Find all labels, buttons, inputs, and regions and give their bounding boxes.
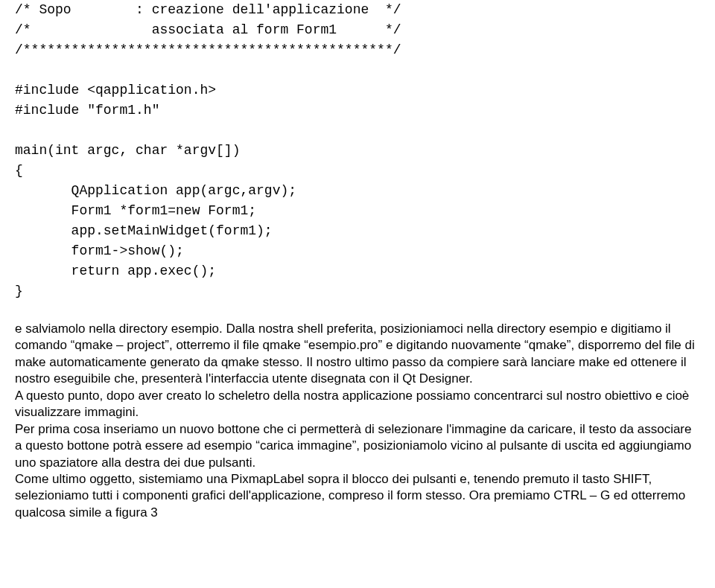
code-line: /* Sopo : creazione dell'applicazione */ [15,2,401,17]
code-line: } [15,284,23,298]
code-line: main(int argc, char *argv[]) [15,143,240,158]
paragraph: A questo punto, dopo aver creato lo sche… [15,389,689,419]
code-line: #include <qapplication.h> [15,83,216,98]
paragraph: e salviamolo nella directory esempio. Da… [15,322,695,386]
paragraph: Per prima cosa inseriamo un nuovo botton… [15,422,691,470]
code-line: app.setMainWidget(form1); [15,223,273,238]
code-line: /* associata al form Form1 */ [15,22,401,37]
code-line: { [15,163,23,178]
document-page: /* Sopo : creazione dell'applicazione */… [0,0,715,536]
code-line: QApplication app(argc,argv); [15,183,296,198]
code-block: /* Sopo : creazione dell'applicazione */… [15,0,700,301]
prose-block: e salviamolo nella directory esempio. Da… [15,321,700,521]
code-line: #include "form1.h" [15,103,159,118]
code-line: /***************************************… [15,42,401,57]
code-line: Form1 *form1=new Form1; [15,203,256,218]
paragraph: Come ultimo oggetto, sistemiamo una Pixm… [15,472,685,520]
code-line: form1->show(); [15,243,184,258]
code-line: return app.exec(); [15,263,216,278]
